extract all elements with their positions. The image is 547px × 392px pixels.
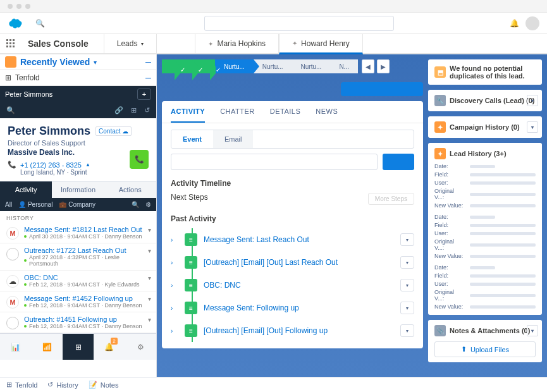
dashboard-icon[interactable]: 📊 — [0, 334, 31, 360]
path-stage-done[interactable] — [162, 59, 180, 73]
traffic-light-min[interactable] — [16, 4, 22, 9]
contact-subtabs: Activity Information Actions — [0, 181, 156, 198]
traffic-light-max[interactable] — [25, 4, 30, 9]
gmail-icon — [6, 296, 19, 309]
chevron-down-icon[interactable]: ▾ — [148, 226, 151, 233]
collapse-icon[interactable]: – — [145, 56, 151, 68]
feed-icon[interactable]: 📶 — [31, 334, 62, 360]
dialpad-icon[interactable]: ⊞ — [63, 334, 94, 360]
alerts-icon[interactable]: 🔔2 — [94, 334, 125, 360]
tab-information[interactable]: Information — [52, 181, 104, 198]
subtab-event[interactable]: Event — [171, 130, 213, 148]
history-item[interactable]: Message Sent: #1452 Following upFeb 12, … — [0, 291, 156, 312]
expand-icon[interactable]: › — [171, 282, 178, 289]
contact-card: Peter Simmons Contact ☁ Director of Sale… — [0, 118, 156, 181]
lead-icon: ✦ — [208, 40, 213, 47]
filter-personal[interactable]: 👤 Personal — [18, 201, 52, 208]
utility-notes[interactable]: 📝Notes — [89, 381, 119, 389]
more-steps-button[interactable]: More Steps — [368, 193, 414, 205]
tab-activity[interactable]: Activity — [0, 181, 52, 198]
item-menu-button[interactable]: ▾ — [400, 279, 414, 291]
contact-tabs-bar: Peter Simmons + — [0, 86, 156, 102]
notifications-icon[interactable]: 🔔 — [510, 19, 519, 28]
collapse-icon[interactable]: – — [145, 72, 151, 83]
panel-menu-button[interactable]: ▾ — [527, 121, 538, 133]
tab-details[interactable]: DETAILS — [270, 101, 301, 123]
item-menu-button[interactable]: ▾ — [400, 302, 414, 314]
path-stage-pending[interactable]: Nurtu... — [254, 59, 292, 73]
call-button[interactable]: 📞 — [130, 150, 149, 169]
chevron-down-icon[interactable]: ▾ — [148, 316, 151, 323]
history-heading: HISTORY — [0, 211, 156, 223]
expand-icon[interactable]: › — [171, 328, 178, 334]
workspace-tab-howard[interactable]: ✦Howard Henry — [279, 34, 363, 54]
expand-icon[interactable]: › — [171, 236, 178, 243]
campaign-icon: ✦ — [434, 121, 446, 133]
item-menu-button[interactable]: ▾ — [400, 324, 414, 337]
app-launcher-icon[interactable] — [0, 39, 22, 48]
nav-item-leads[interactable]: Leads▾ — [104, 34, 157, 53]
window-chrome — [0, 0, 547, 13]
filter-company[interactable]: 💼 Company — [59, 201, 95, 208]
sidebar-bottom-toolbar: 📊 📶 ⊞ 🔔2 ⚙ — [0, 333, 156, 360]
history-item[interactable]: ☁OBC: DNCFeb 12, 2018 · 9:04AM CST · Kyl… — [0, 271, 156, 291]
search-icon[interactable]: 🔍 — [132, 201, 139, 208]
task-icon: ≡ — [185, 279, 197, 291]
traffic-light-close[interactable] — [8, 4, 13, 9]
salesforce-logo[interactable] — [8, 18, 23, 28]
subtab-email[interactable]: Email — [213, 130, 254, 148]
search-icon[interactable]: 🔍 — [6, 106, 15, 114]
global-search-input[interactable] — [204, 16, 394, 31]
item-menu-button[interactable]: ▾ — [400, 256, 414, 269]
tab-chatter[interactable]: CHATTER — [220, 101, 255, 123]
chevron-down-icon[interactable]: ▾ — [148, 274, 151, 281]
search-icon: 🔍 — [35, 19, 45, 28]
user-avatar[interactable] — [525, 16, 539, 30]
history-item[interactable]: Outreach: #1722 Last Reach OutApril 27 2… — [0, 243, 156, 271]
expand-icon[interactable]: › — [171, 259, 178, 266]
contact-phone[interactable]: 📞 +1 (212) 263 - 8325 ▲ — [8, 161, 149, 169]
contact-name: Peter Simmons — [8, 125, 90, 138]
chevron-down-icon[interactable]: ▾ — [148, 247, 151, 254]
filter-all[interactable]: All — [5, 201, 12, 208]
tab-activity[interactable]: ACTIVITY — [171, 101, 205, 123]
right-sidebar: ⬒We found no potential duplicates of thi… — [428, 54, 547, 377]
history-item[interactable]: Message Sent: #1812 Last Reach OutApril … — [0, 223, 156, 243]
panel-menu-button[interactable]: ▾ — [527, 325, 538, 336]
path-next-button[interactable]: ▶ — [377, 59, 390, 73]
add-contact-button[interactable]: + — [137, 89, 151, 100]
tab-actions[interactable]: Actions — [104, 181, 156, 198]
path-prev-button[interactable]: ◀ — [362, 59, 374, 73]
recently-viewed-row[interactable]: Recently Viewed▾ – — [0, 54, 156, 70]
list-icon — [5, 56, 16, 68]
history-item[interactable]: Outreach: #1451 Following upFeb 12, 2018… — [0, 312, 156, 333]
workspace-tab-maria[interactable]: ✦Maria Hopkins — [195, 34, 279, 53]
chevron-down-icon[interactable]: ▾ — [148, 295, 151, 302]
path-stage-pending[interactable]: Nurtu... — [292, 59, 331, 73]
link-icon[interactable]: 🔗 — [114, 106, 123, 114]
task-icon: ≡ — [185, 324, 197, 337]
lead-icon: ✦ — [292, 40, 297, 47]
utility-history[interactable]: ↺History — [47, 381, 78, 389]
panel-menu-button[interactable]: ▾ — [527, 95, 538, 106]
mark-status-button[interactable] — [341, 82, 423, 96]
tab-news[interactable]: NEWS — [316, 101, 338, 123]
notes-icon: 📝 — [89, 381, 97, 389]
item-menu-button[interactable]: ▾ — [400, 233, 414, 246]
event-submit-button[interactable] — [383, 154, 414, 170]
upload-files-button[interactable]: ⬆Upload Files — [434, 341, 536, 357]
path-stage-active[interactable]: Nurtu... — [215, 59, 254, 73]
campaign-history-panel[interactable]: ✦Campaign History (0)▾ — [428, 116, 542, 138]
wrench-icon: 🔧 — [434, 95, 446, 106]
contact-tab-name[interactable]: Peter Simmons — [5, 90, 52, 98]
settings-icon[interactable]: ⚙ — [125, 334, 156, 360]
filter-icon[interactable]: ⚙ — [145, 201, 151, 208]
contact-badge[interactable]: Contact ☁ — [95, 126, 132, 136]
grid-icon[interactable]: ⊞ — [131, 106, 137, 114]
expand-icon[interactable]: › — [171, 305, 178, 312]
history-icon[interactable]: ↺ — [144, 106, 150, 114]
tenfold-row[interactable]: ⊞ Tenfold – — [0, 70, 156, 86]
utility-tenfold[interactable]: ⊞Tenfold — [6, 381, 37, 389]
discovery-calls-panel[interactable]: 🔧Discovery Calls (Lead) (0)▾ — [428, 90, 542, 111]
event-subject-input[interactable] — [171, 154, 378, 170]
